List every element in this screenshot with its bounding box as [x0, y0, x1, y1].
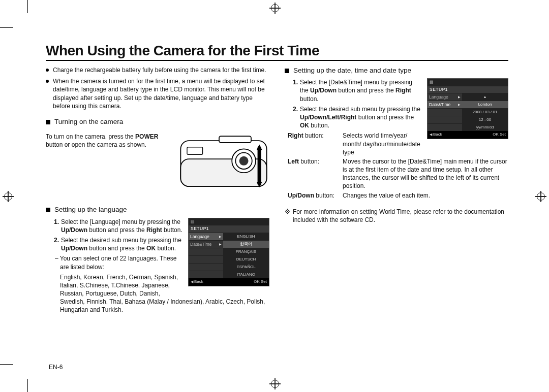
- date-step-2: Select the desired sub menu by pressing …: [293, 105, 508, 130]
- crop-tick: [27, 379, 28, 392]
- svg-rect-6: [187, 147, 203, 154]
- section-heading-language: Setting up the language: [54, 205, 127, 214]
- crop-tick: [27, 0, 28, 13]
- page-title: When Using the Camera for the First Time: [46, 43, 508, 61]
- def-updown-button: Up/Down button: Changes the value of eac…: [288, 191, 508, 200]
- def-left-button: Left button: Moves the cursor to the [Da…: [288, 157, 508, 190]
- section-square-icon: [285, 69, 289, 73]
- world-time-note: For more information on setting World Ti…: [285, 208, 508, 224]
- registration-mark-icon: [271, 380, 279, 388]
- camera-illustration: [178, 133, 269, 194]
- date-step-1: Select the [Date&Time] menu by pressing …: [293, 78, 508, 103]
- svg-rect-2: [219, 136, 251, 143]
- crop-tick: [0, 364, 13, 365]
- page-number: EN-6: [49, 364, 63, 371]
- registration-mark-icon: [4, 192, 12, 201]
- intro-bullet: Charge the rechargeable battery fully be…: [46, 66, 269, 74]
- section-heading-turn-on: Turning on the camera: [54, 117, 123, 126]
- section-square-icon: [46, 208, 50, 212]
- section-heading-date: Setting up the date, time and date type: [293, 66, 411, 75]
- lang-step-1: Select the [Language] menu by pressing t…: [54, 218, 269, 234]
- intro-bullet: When the camera is turned on for the fir…: [46, 77, 269, 110]
- lang-step-2: Select the desired sub menu by pressing …: [54, 236, 269, 252]
- svg-point-5: [239, 156, 249, 166]
- def-right-button: Right button: Selects world time/year/ m…: [288, 132, 422, 156]
- registration-mark-icon: [537, 192, 545, 201]
- crop-tick: [0, 27, 13, 28]
- registration-mark-icon: [271, 4, 279, 12]
- section-square-icon: [46, 120, 50, 124]
